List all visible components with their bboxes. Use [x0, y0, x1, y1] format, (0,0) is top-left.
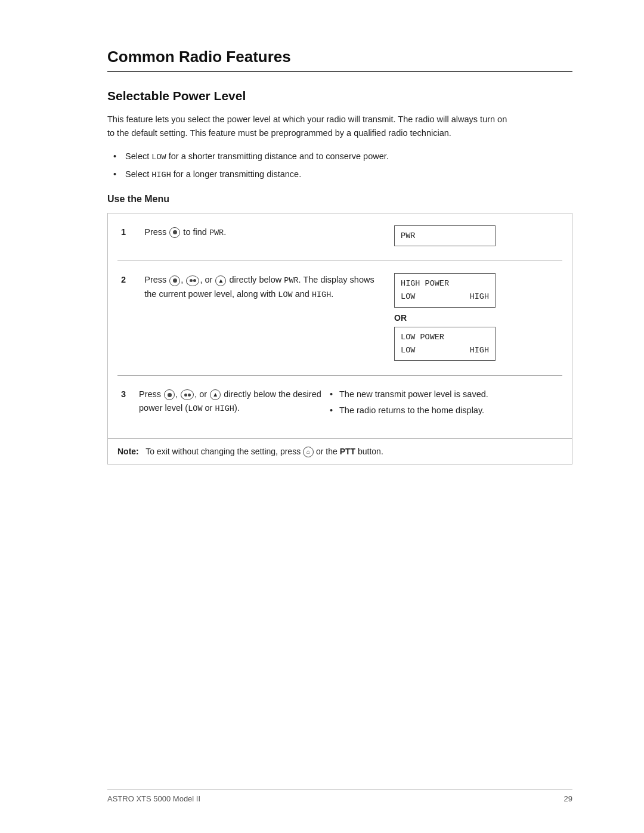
- pwr-label2: PWR: [284, 276, 298, 285]
- step1-number: 1: [117, 221, 141, 255]
- btn-icon-press2c: ▲: [215, 275, 226, 286]
- lcd-low-left: LOW: [401, 290, 415, 304]
- section-title: Selectable Power Level: [107, 89, 572, 103]
- step1-table: 1 Press to find PWR. PWR: [117, 221, 562, 255]
- step2-number: 2: [117, 268, 141, 369]
- step2-instruction: Press , , or ▲ directly below PWR. The d…: [141, 268, 391, 369]
- bullet-item: Select LOW for a shorter transmitting di…: [113, 150, 572, 164]
- btn-icon-home: ⌂: [303, 447, 314, 457]
- bullet-list: Select LOW for a shorter transmitting di…: [107, 150, 572, 181]
- result-item-2: The radio returns to the home display.: [330, 404, 559, 417]
- lcd-high-right: HIGH: [470, 290, 489, 304]
- mono-low: LOW: [151, 153, 166, 162]
- btn-icon-press2a: [169, 275, 180, 286]
- bullet-item: Select HIGH for a longer transmitting di…: [113, 168, 572, 182]
- steps-table: 1 Press to find PWR. PWR: [107, 213, 572, 465]
- subsection-title: Use the Menu: [107, 194, 572, 205]
- steps-inner: 1 Press to find PWR. PWR: [108, 213, 572, 438]
- lcd-high-power-text: HIGH POWER: [401, 277, 489, 290]
- lcd-high-right2: HIGH: [470, 344, 489, 357]
- btn-icon-press2b: [186, 275, 199, 286]
- hr-2: [117, 375, 562, 376]
- low-label: LOW: [278, 290, 292, 299]
- low-label3: LOW: [188, 404, 202, 413]
- lcd-box-pwr: PWR: [394, 225, 496, 247]
- intro-paragraph: This feature lets you select the power l…: [107, 113, 513, 140]
- hr-1: [117, 261, 562, 261]
- step1-display: PWR: [391, 221, 562, 255]
- btn-icon-press1: [169, 227, 180, 238]
- lcd-low-power-text: LOW POWER: [401, 331, 489, 344]
- step3-instruction: Press , , or ▲ directly below the desire…: [135, 383, 326, 425]
- page: Common Radio Features Selectable Power L…: [0, 0, 644, 833]
- lcd-low-left2: LOW: [401, 344, 415, 357]
- footer: ASTRO XTS 5000 Model II 29: [107, 789, 572, 803]
- ptt-label: PTT: [340, 447, 355, 456]
- lcd-high-row: LOW HIGH: [401, 290, 489, 304]
- result-list: The new transmit power level is saved. T…: [330, 388, 559, 417]
- step2-display: HIGH POWER LOW HIGH OR LOW POWER LOW: [391, 268, 562, 369]
- footer-left: ASTRO XTS 5000 Model II: [107, 794, 200, 803]
- footer-right: 29: [564, 794, 572, 803]
- btn-icon-press3b: [181, 389, 194, 400]
- btn-icon-press3a: [164, 389, 175, 400]
- or-label: OR: [394, 311, 559, 324]
- note-label: Note:: [117, 447, 139, 456]
- lcd-high-power: HIGH POWER LOW HIGH: [394, 273, 496, 307]
- chapter-title: Common Radio Features: [107, 48, 572, 72]
- step3-number: 3: [117, 383, 135, 425]
- pwr-label: PWR: [209, 228, 224, 237]
- step3-results: The new transmit power level is saved. T…: [326, 383, 562, 425]
- result-item-1: The new transmit power level is saved.: [330, 388, 559, 401]
- high-label3: HIGH: [215, 404, 234, 413]
- step2-table: 2 Press , , or ▲ directly belo: [117, 268, 562, 369]
- step1-instruction: Press to find PWR.: [141, 221, 391, 255]
- btn-icon-press3c: ▲: [210, 389, 221, 400]
- note-box: Note: To exit without changing the setti…: [108, 438, 572, 464]
- high-label: HIGH: [312, 290, 331, 299]
- lcd-low-power: LOW POWER LOW HIGH: [394, 327, 496, 361]
- step3-table: 3 Press , , or ▲ directly belo: [117, 383, 562, 425]
- mono-high: HIGH: [151, 171, 171, 179]
- lcd-pwr-text: PWR: [401, 231, 415, 240]
- lcd-low-row: LOW HIGH: [401, 344, 489, 357]
